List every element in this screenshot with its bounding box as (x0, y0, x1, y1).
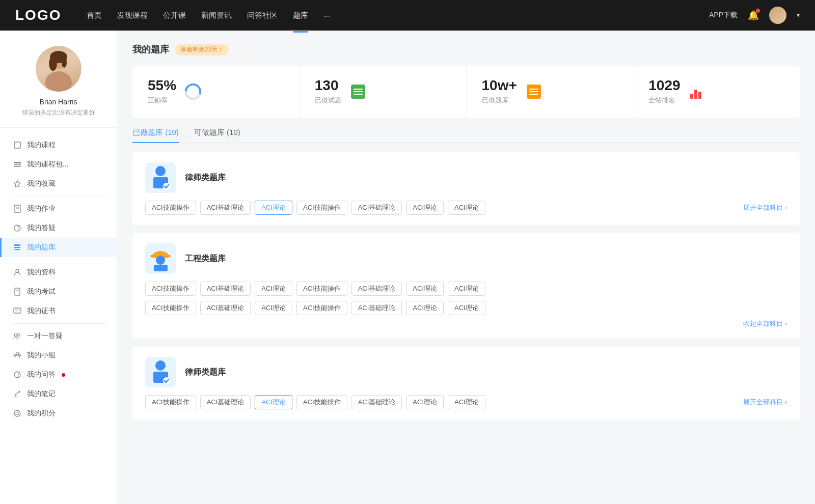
trial-badge: 体验剩余23天！ (175, 44, 229, 55)
sidebar-item-notes[interactable]: 我的笔记 (0, 384, 117, 404)
nav-discover[interactable]: 发现课程 (117, 9, 148, 22)
svg-point-26 (14, 354, 16, 356)
eng-tag-2[interactable]: ACI基础理论 (200, 282, 251, 296)
svg-rect-6 (14, 162, 21, 163)
orange-list-icon (527, 85, 541, 99)
tag-1[interactable]: ACI技能操作 (145, 201, 196, 215)
nav-qbank[interactable]: 题库 (293, 9, 308, 22)
lawyer-icon-wrap (145, 162, 176, 193)
tag-2[interactable]: ACI基础理论 (200, 201, 251, 215)
sidebar-item-question[interactable]: ? 我的问答 (0, 365, 117, 384)
sidebar-item-certificate[interactable]: 我的证书 (0, 301, 117, 321)
eng-tag-11[interactable]: ACI技能操作 (296, 301, 347, 315)
law2-tag-4[interactable]: ACI技能操作 (296, 395, 347, 409)
qbank-card-lawyer-1: 律师类题库 ACI技能操作 ACI基础理论 ACI理论 ACI技能操作 ACI基… (132, 152, 800, 225)
tab-available[interactable]: 可做题库 (10) (194, 128, 240, 143)
tab-done[interactable]: 已做题库 (10) (132, 128, 179, 143)
svg-point-41 (155, 360, 166, 371)
sidebar-item-homework-label: 我的作业 (27, 204, 56, 213)
tag-4[interactable]: ACI技能操作 (296, 201, 347, 215)
exam-icon (13, 287, 22, 296)
tag-7[interactable]: ACI理论 (448, 201, 485, 215)
sidebar-item-profile[interactable]: 我的资料 (0, 263, 117, 282)
sidebar-item-favorites[interactable]: 我的收藏 (0, 174, 117, 193)
eng-tag-8[interactable]: ACI技能操作 (145, 301, 196, 315)
eng-tag-13[interactable]: ACI理论 (406, 301, 444, 315)
sidebar-item-course-pkg[interactable]: 我的课程包... (0, 155, 117, 174)
sidebar-item-question-label: 我的问答 (27, 370, 56, 379)
law2-tag-1[interactable]: ACI技能操作 (145, 395, 196, 409)
lawyer-svg-icon-2 (149, 359, 172, 385)
sidebar-menu: 我的课程 我的课程包... 我的收藏 我的作业 (0, 135, 117, 423)
nav-open-course[interactable]: 公开课 (163, 9, 186, 22)
sidebar-item-qa[interactable]: ? 我的答疑 (0, 218, 117, 238)
sidebar-item-one-on-one[interactable]: 一对一答疑 (0, 326, 117, 346)
engineer-icon-wrap (145, 243, 176, 274)
svg-rect-15 (14, 244, 20, 246)
nav-qa[interactable]: 问答社区 (247, 9, 278, 22)
stat-done-banks-text: 10w+ 已做题库 (482, 78, 517, 105)
navbar: LOGO 首页 发现课程 公开课 新闻资讯 问答社区 题库 ··· APP下载 … (0, 0, 815, 31)
svg-point-4 (62, 58, 67, 68)
accuracy-icon (184, 82, 202, 101)
sidebar-item-qbank[interactable]: 我的题库 (0, 238, 117, 257)
svg-marker-9 (14, 181, 20, 187)
svg-rect-17 (14, 249, 20, 250)
avatar[interactable] (769, 7, 786, 24)
eng-tag-14[interactable]: ACI理论 (448, 301, 485, 315)
eng-tag-10[interactable]: ACI理论 (255, 301, 292, 315)
eng-tag-12[interactable]: ACI基础理论 (351, 301, 402, 315)
divider-3 (10, 323, 106, 324)
notification-dot (756, 9, 760, 13)
divider-2 (10, 260, 106, 260)
law2-tag-5[interactable]: ACI基础理论 (351, 395, 402, 409)
sidebar-item-points[interactable]: 我的积分 (0, 404, 117, 423)
nav-more[interactable]: ··· (323, 9, 330, 22)
tag-3-active[interactable]: ACI理论 (255, 201, 292, 215)
sidebar-item-homework[interactable]: 我的作业 (0, 199, 117, 218)
app-download-button[interactable]: APP下载 (709, 11, 738, 20)
law2-tag-3-active[interactable]: ACI理论 (255, 395, 292, 409)
sidebar-item-course-label: 我的课程 (27, 141, 56, 150)
notification-bell[interactable]: 🔔 (748, 10, 759, 21)
eng-tag-5[interactable]: ACI基础理论 (351, 282, 402, 296)
avatar-dropdown-arrow[interactable]: ▾ (797, 12, 800, 19)
eng-tag-3[interactable]: ACI理论 (255, 282, 292, 296)
law2-tag-2[interactable]: ACI基础理论 (200, 395, 251, 409)
law2-tag-7[interactable]: ACI理论 (448, 395, 485, 409)
law2-tag-6[interactable]: ACI理论 (406, 395, 444, 409)
page-header: 我的题库 体验剩余23天！ (132, 43, 800, 55)
qbank-card-lawyer-2: 律师类题库 ACI技能操作 ACI基础理论 ACI理论 ACI技能操作 ACI基… (132, 347, 800, 419)
divider-1 (10, 196, 106, 197)
nav-home[interactable]: 首页 (87, 9, 102, 22)
sidebar-item-course[interactable]: 我的课程 (0, 135, 117, 155)
sidebar-item-certificate-label: 我的证书 (27, 306, 56, 316)
collapse-link[interactable]: 收起全部科目 › (145, 319, 787, 328)
stat-done-questions-label: 已做试题 (315, 96, 341, 105)
eng-tag-6[interactable]: ACI理论 (406, 282, 444, 296)
sidebar-item-exam[interactable]: 我的考试 (0, 282, 117, 301)
sidebar-profile: Brian Harris 错误的决定比没有决定要好 (0, 46, 117, 128)
stat-accuracy: 55% 正确率 (132, 66, 300, 118)
qbank-card-lawyer-1-tags: ACI技能操作 ACI基础理论 ACI理论 ACI技能操作 ACI基础理论 AC… (145, 201, 787, 215)
rank-icon (688, 82, 707, 101)
svg-rect-8 (14, 166, 21, 167)
done-banks-icon (525, 82, 543, 101)
favorites-icon (13, 179, 22, 188)
eng-tag-7[interactable]: ACI理论 (448, 282, 485, 296)
sidebar-item-group[interactable]: 我的小组 (0, 346, 117, 365)
question-dot (62, 373, 65, 377)
qbank-card-lawyer-2-header: 律师类题库 (145, 357, 787, 387)
tag-6[interactable]: ACI理论 (406, 201, 444, 215)
expand-link-2[interactable]: 展开全部科目 › (743, 398, 787, 407)
homework-icon (13, 204, 22, 213)
sidebar-item-exam-label: 我的考试 (27, 287, 56, 296)
tag-5[interactable]: ACI基础理论 (351, 201, 402, 215)
logo[interactable]: LOGO (15, 7, 61, 23)
notes-icon (13, 389, 22, 399)
expand-link-1[interactable]: 展开全部科目 › (743, 203, 787, 212)
nav-news[interactable]: 新闻资讯 (201, 9, 232, 22)
eng-tag-1[interactable]: ACI技能操作 (145, 282, 196, 296)
eng-tag-9[interactable]: ACI基础理论 (200, 301, 251, 315)
eng-tag-4[interactable]: ACI技能操作 (296, 282, 347, 296)
